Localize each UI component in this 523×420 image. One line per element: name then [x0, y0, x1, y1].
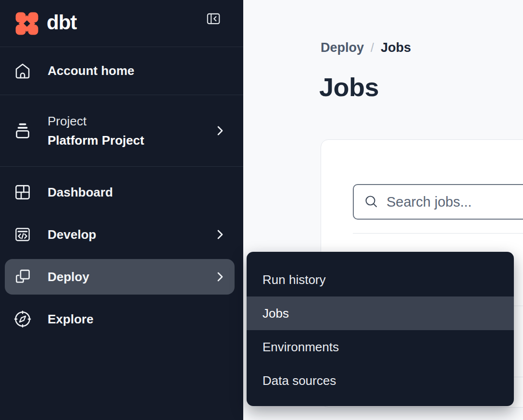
deploy-squares-icon [13, 268, 32, 286]
chevron-right-icon [215, 270, 225, 284]
sidebar-item-deploy[interactable]: Deploy [5, 259, 235, 295]
dbt-logo-icon [13, 12, 40, 36]
sidebar-item-dashboard[interactable]: Dashboard [0, 171, 243, 213]
sidebar-item-account-home[interactable]: Account home [0, 47, 243, 95]
submenu-item-environments[interactable]: Environments [247, 330, 514, 364]
breadcrumb-current: Jobs [381, 40, 411, 55]
project-name: Platform Project [48, 131, 144, 150]
explore-compass-icon [13, 310, 32, 328]
chevron-right-icon [215, 228, 225, 241]
breadcrumb-separator: / [371, 41, 374, 55]
sidebar-item-label: Explore [48, 312, 93, 327]
sidebar: dbt Account home [0, 0, 243, 420]
sidebar-item-project[interactable]: Project Platform Project [0, 95, 243, 167]
submenu-item-jobs[interactable]: Jobs [247, 296, 514, 330]
dbt-logo-text: dbt [47, 11, 76, 36]
home-icon [13, 62, 32, 80]
card-divider [353, 233, 523, 234]
sidebar-item-label: Account home [48, 63, 135, 78]
page-title: Jobs [319, 72, 379, 102]
sidebar-item-label: Develop [48, 227, 96, 242]
project-stack-icon [13, 121, 32, 140]
sidebar-header: dbt [0, 0, 243, 47]
dashboard-icon [13, 183, 32, 201]
sidebar-item-explore[interactable]: Explore [0, 298, 243, 340]
sidebar-item-develop[interactable]: Develop [0, 213, 243, 256]
sidebar-item-label: Deploy [48, 270, 89, 284]
search-jobs-input[interactable] [386, 194, 523, 210]
develop-code-window-icon [13, 225, 32, 244]
search-icon [363, 194, 379, 210]
submenu-item-run-history[interactable]: Run history [247, 263, 514, 296]
project-kicker: Project [48, 111, 144, 131]
sidebar-item-label: Dashboard [48, 185, 113, 200]
chevron-right-icon [215, 124, 225, 137]
search-box[interactable] [353, 184, 523, 220]
deploy-submenu: Run history Jobs Environments Data sourc… [247, 252, 514, 406]
submenu-item-data-sources[interactable]: Data sources [247, 364, 514, 397]
sidebar-nav: Dashboard Develop [0, 171, 243, 340]
sidebar-collapse-button[interactable] [205, 11, 222, 27]
breadcrumb-deploy-link[interactable]: Deploy [321, 40, 364, 55]
breadcrumb: Deploy / Jobs [321, 40, 411, 55]
dbt-logo: dbt [13, 11, 76, 36]
